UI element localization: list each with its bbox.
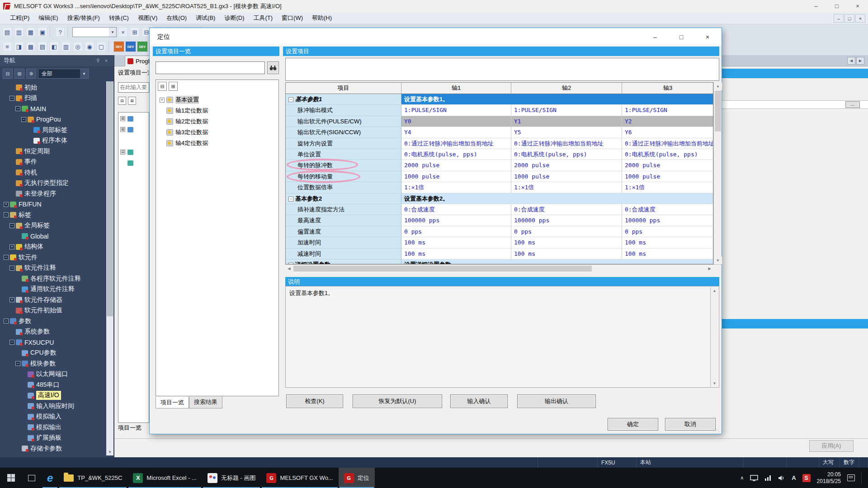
value-axis3-插补速度指定方法[interactable]: 0:合成速度 <box>622 204 713 215</box>
nav-item-软元件注释[interactable]: −软元件注释 <box>0 263 107 273</box>
value-axis3-单位设置[interactable]: 0:电机系统(pulse, pps) <box>622 149 713 160</box>
scroll-right-icon[interactable]: ▶ <box>706 265 713 272</box>
taskbar-button-无标题 - 画图[interactable]: 无标题 - 画图 <box>202 468 261 488</box>
collapse-all-icon[interactable]: ⊟ <box>158 82 167 91</box>
description-scrollbar[interactable]: ▲ ▼ <box>710 287 718 387</box>
row-label-输出软元件(PULSE/CW)[interactable]: 输出软元件(PULSE/CW) <box>286 116 401 127</box>
row-label-减速时间[interactable]: 减速时间 <box>286 249 401 259</box>
scroll-down-icon[interactable]: ▼ <box>714 257 722 264</box>
nav-item-输入响应时间[interactable]: 输入响应时间 <box>0 401 107 411</box>
menu-item-5[interactable]: 视图(V) <box>133 12 162 24</box>
collapse-all-icon[interactable]: ⊟ <box>118 97 126 105</box>
tab-scroll-right-icon[interactable]: ▶ <box>856 57 864 65</box>
dev-badge-2[interactable]: DEV <box>125 41 136 52</box>
row-label-单位设置[interactable]: 单位设置 <box>286 149 401 160</box>
expand-icon[interactable]: + <box>9 297 14 302</box>
nav-item-软元件初始值[interactable]: 软元件初始值 <box>0 305 107 316</box>
search-button[interactable] <box>267 61 279 74</box>
navigation-scrollbar[interactable]: ▼ <box>106 81 113 455</box>
nav-item-高速I/O[interactable]: 高速I/O <box>0 390 107 401</box>
collapse-icon[interactable]: − <box>15 106 20 111</box>
taskbar-button-TP_&WK_5225C[interactable]: TP_&WK_5225C <box>58 468 127 488</box>
nav-item-CPU参数[interactable]: CPU参数 <box>0 348 107 358</box>
value-axis1-脉冲输出模式[interactable]: 1:PULSE/SIGN <box>401 105 511 116</box>
expander-icon[interactable]: ⊞ <box>120 127 125 132</box>
watch-window-icon[interactable]: ◎ <box>72 41 83 52</box>
value-axis2-每转的脉冲数[interactable]: 2000 pulse <box>511 160 622 171</box>
value-axis1-减速时间[interactable]: 100 ms <box>401 249 511 259</box>
value-axis1-插补速度指定方法[interactable]: 0:合成速度 <box>401 204 511 215</box>
value-axis1-输出软元件(PULSE/CW)[interactable]: Y0 <box>401 116 511 127</box>
scroll-left-icon[interactable]: ◀ <box>285 265 293 272</box>
value-axis1-加速时间[interactable]: 100 ms <box>401 237 511 248</box>
row-label-基本参数1[interactable]: −基本参数1 <box>286 94 401 105</box>
button-输入确认[interactable]: 输入确认 <box>450 394 508 408</box>
task-view-button[interactable] <box>22 468 42 488</box>
collapse-icon[interactable]: − <box>9 223 14 228</box>
value-axis2-单位设置[interactable]: 0:电机系统(pulse, pps) <box>511 149 622 160</box>
dialog-minimize-button[interactable]: – <box>645 31 665 43</box>
collapse-icon[interactable]: − <box>288 97 293 102</box>
row-label-每转的移动量[interactable]: 每转的移动量 <box>286 171 401 182</box>
value-axis2-减速时间[interactable]: 100 ms <box>511 249 622 259</box>
resize-grip[interactable]: ⋱ <box>716 428 720 432</box>
taskbar-button-MELSOFT GX Wo...[interactable]: GMELSOFT GX Wo... <box>261 468 338 488</box>
button-恢复为默认(U)[interactable]: 恢复为默认(U) <box>353 394 442 408</box>
nav-item-程序本体[interactable]: 程序本体 <box>0 136 107 146</box>
tray-volume-icon[interactable] <box>778 475 785 481</box>
value-axis2-输出软元件(SIGN/CCW)[interactable]: Y5 <box>511 127 622 138</box>
help-icon[interactable]: ? <box>55 27 66 38</box>
row-label-加速时间[interactable]: 加速时间 <box>286 237 401 248</box>
row-label-输出软元件(SIGN/CCW)[interactable]: 输出软元件(SIGN/CCW) <box>286 127 401 138</box>
tray-ime-icon[interactable]: S <box>802 474 811 482</box>
table-horizontal-scrollbar[interactable]: ◀ ▶ <box>285 264 722 272</box>
show-desktop-divider[interactable] <box>861 472 862 484</box>
setting-tree-item-轴4定位数据[interactable]: 轴4定位数据 <box>158 138 208 149</box>
value-axis3-最高速度[interactable]: 100000 pps <box>622 215 713 226</box>
row-label-最高速度[interactable]: 最高速度 <box>286 215 401 226</box>
nav-item-通用软元件注释[interactable]: 通用软元件注释 <box>0 284 107 295</box>
nav-item-FB/FUN[interactable]: +FB/FUN <box>0 199 107 210</box>
menu-item-7[interactable]: 调试(B) <box>191 12 220 24</box>
nav-item-ProgPou[interactable]: −ProgPou <box>0 114 107 125</box>
setting-search-input[interactable] <box>156 61 265 74</box>
value-axis2-偏置速度[interactable]: 0 pps <box>511 226 622 237</box>
value-axis3-旋转方向设置[interactable]: 0:通过正转脉冲输出增加当前地址 <box>622 138 713 149</box>
pin-icon[interactable] <box>94 57 102 64</box>
scroll-down-icon[interactable]: ▼ <box>711 380 718 387</box>
table-vertical-scrollbar[interactable]: ▲ ▼ <box>713 82 722 264</box>
nav-item-待机[interactable]: 待机 <box>0 167 107 178</box>
expand-icon[interactable]: + <box>4 202 9 207</box>
row-label-位置数据倍率[interactable]: 位置数据倍率 <box>286 182 401 193</box>
scroll-up-icon[interactable]: ▲ <box>714 82 722 90</box>
row-label-详细设置参数[interactable]: −详细设置参数 <box>286 259 401 264</box>
menu-item-4[interactable]: 转换(C) <box>104 12 133 24</box>
value-axis3-每转的移动量[interactable]: 1000 pulse <box>622 171 713 182</box>
value-axis3-位置数据倍率[interactable]: 1:×1倍 <box>622 182 713 193</box>
collapse-icon[interactable]: − <box>21 117 26 122</box>
nav-item-FX5UCPU[interactable]: −FX5UCPU <box>0 337 107 347</box>
menu-item-2[interactable]: 编辑(E) <box>34 12 62 24</box>
value-axis1-旋转方向设置[interactable]: 0:通过正转脉冲输出增加当前地址 <box>401 138 511 149</box>
collapse-icon[interactable]: − <box>9 96 14 101</box>
value-axis2-每转的移动量[interactable]: 1000 pulse <box>511 171 622 182</box>
new-project-icon[interactable]: ▤ <box>2 27 13 38</box>
mdi-restore-button[interactable]: □ <box>844 14 854 23</box>
nav-item-模拟输入[interactable]: 模拟输入 <box>0 412 107 422</box>
collapse-icon[interactable]: − <box>288 197 293 202</box>
ellipsis-button[interactable]: ... <box>845 101 860 108</box>
delete-icon[interactable]: × <box>118 27 128 38</box>
gear-icon[interactable]: ✲ <box>26 69 36 79</box>
value-axis1-位置数据倍率[interactable]: 1:×1倍 <box>401 182 511 193</box>
nav-item-参数[interactable]: −参数 <box>0 316 107 326</box>
nav-item-扩展插板[interactable]: 扩展插板 <box>0 433 107 443</box>
nav-item-模拟输出[interactable]: 模拟输出 <box>0 422 107 432</box>
button-检查(K)[interactable]: 检查(K) <box>286 394 343 408</box>
value-axis2-位置数据倍率[interactable]: 1:×1倍 <box>511 182 622 193</box>
cross-reference-icon[interactable]: ◧ <box>49 41 60 52</box>
setting-tree-item-轴2定位数据[interactable]: 轴2定位数据 <box>158 116 208 127</box>
nav-item-局部标签[interactable]: 局部标签 <box>0 125 107 135</box>
expander-icon[interactable]: ⊞ <box>120 116 125 121</box>
element-selection-icon[interactable]: ◨ <box>14 41 24 52</box>
menu-item-10[interactable]: 窗口(W) <box>277 12 307 24</box>
